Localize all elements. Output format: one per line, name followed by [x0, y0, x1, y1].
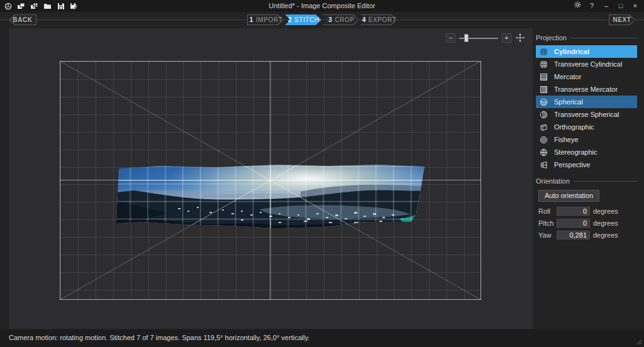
- yaw-label: Yaw: [538, 231, 557, 239]
- perspective-projection-icon: [538, 160, 548, 170]
- orientation-fields: Roll degrees Pitch degrees Yaw degrees: [536, 207, 640, 240]
- step-label: STITCH: [294, 16, 319, 23]
- step-label: CROP: [335, 16, 354, 23]
- projection-option-spherical[interactable]: Spherical: [536, 96, 637, 108]
- orthographic-projection-icon: [538, 122, 548, 132]
- spherical-projection-icon: [538, 97, 548, 107]
- projection-option-label: Transverse Mercator: [554, 85, 618, 93]
- window-title: Untitled* - Image Composite Editor: [0, 0, 644, 12]
- yaw-unit: degrees: [593, 231, 618, 239]
- pitch-field-row: Pitch degrees: [538, 219, 640, 228]
- next-button-label: NEXT: [613, 16, 631, 23]
- projection-option-label: Orthographic: [554, 123, 594, 131]
- projection-option-label: Spherical: [554, 98, 583, 106]
- back-button-label: BACK: [13, 16, 32, 23]
- window-resize-grip[interactable]: [636, 339, 642, 345]
- projection-list: Cylindrical Transverse Cylindrical Merca…: [536, 45, 640, 171]
- step-number: 4: [362, 16, 366, 23]
- roll-field-row: Roll degrees: [538, 207, 640, 216]
- step-label: IMPORT: [256, 16, 282, 23]
- step-label: EXPORT: [369, 16, 397, 23]
- next-button[interactable]: NEXT: [609, 14, 635, 25]
- zoom-slider-thumb[interactable]: [464, 34, 469, 42]
- maximize-button[interactable]: □: [617, 0, 625, 12]
- fit-to-window-icon[interactable]: [515, 33, 525, 43]
- projection-option-label: Perspective: [554, 161, 590, 168]
- transverse-mercator-projection-icon: [538, 84, 548, 94]
- step-number: 3: [328, 16, 332, 23]
- stereographic-projection-icon: [538, 147, 548, 157]
- projection-option-transverse-cylindrical[interactable]: Transverse Cylindrical: [536, 58, 637, 70]
- step-crop[interactable]: 3CROP: [323, 14, 359, 25]
- yaw-input[interactable]: [557, 231, 590, 240]
- step-number: 1: [250, 16, 253, 23]
- roll-input[interactable]: [557, 207, 590, 216]
- workflow-nav-bar: BACK 1IMPORT 2STITCH 3CROP 4EXPORT NEXT: [0, 14, 644, 26]
- roll-unit: degrees: [593, 207, 618, 215]
- stitch-preview-viewport[interactable]: − +: [9, 28, 533, 329]
- step-export[interactable]: 4EXPORT: [360, 14, 397, 25]
- projection-option-label: Transverse Spherical: [554, 111, 619, 118]
- projection-option-label: Stereographic: [554, 148, 597, 156]
- zoom-in-button[interactable]: +: [502, 33, 511, 43]
- workflow-steps: 1IMPORT 2STITCH 3CROP 4EXPORT: [247, 14, 397, 25]
- orientation-header: Orientation: [536, 177, 570, 185]
- projection-option-transverse-mercator[interactable]: Transverse Mercator: [536, 83, 637, 96]
- right-panel: Projection Cylindrical Transverse Cylind…: [536, 28, 640, 329]
- status-bar: Camera motion: rotating motion. Stitched…: [0, 329, 644, 347]
- projection-option-label: Transverse Cylindrical: [554, 60, 622, 68]
- pitch-label: Pitch: [538, 219, 557, 227]
- zoom-control: − +: [446, 33, 525, 43]
- transverse-spherical-projection-icon: [538, 109, 548, 119]
- pitch-input[interactable]: [557, 219, 590, 228]
- projection-option-cylindrical[interactable]: Cylindrical: [536, 45, 637, 58]
- help-button[interactable]: ?: [588, 0, 596, 12]
- projection-option-transverse-spherical[interactable]: Transverse Spherical: [536, 108, 637, 121]
- projection-option-perspective[interactable]: Perspective: [536, 158, 637, 171]
- window-controls: ? – □ ×: [574, 0, 639, 12]
- projection-header: Projection: [536, 34, 567, 41]
- transverse-cylindrical-projection-icon: [538, 59, 548, 69]
- fisheye-projection-icon: [538, 135, 548, 145]
- stitched-panorama-preview[interactable]: [115, 164, 426, 229]
- projection-option-label: Cylindrical: [554, 48, 589, 55]
- projection-option-label: Mercator: [554, 73, 581, 80]
- step-import[interactable]: 1IMPORT: [247, 14, 284, 25]
- mercator-projection-icon: [538, 72, 548, 82]
- settings-gear-icon[interactable]: [574, 0, 581, 12]
- step-stitch[interactable]: 2STITCH: [285, 14, 321, 25]
- projection-option-orthographic[interactable]: Orthographic: [536, 121, 637, 133]
- back-button[interactable]: BACK: [9, 14, 36, 25]
- minimize-button[interactable]: –: [602, 0, 610, 12]
- yaw-field-row: Yaw degrees: [538, 231, 640, 240]
- title-bar: Untitled* - Image Composite Editor ? – □…: [0, 0, 644, 12]
- pitch-unit: degrees: [593, 219, 618, 227]
- projection-option-label: Fisheye: [554, 136, 579, 143]
- step-number: 2: [288, 16, 292, 23]
- roll-label: Roll: [538, 207, 557, 215]
- projection-option-mercator[interactable]: Mercator: [536, 70, 637, 83]
- cylindrical-projection-icon: [538, 47, 548, 57]
- auto-orientation-button[interactable]: Auto orientation: [538, 190, 599, 202]
- zoom-slider[interactable]: [459, 34, 498, 42]
- zoom-out-button[interactable]: −: [446, 33, 455, 43]
- status-message: Camera motion: rotating motion. Stitched…: [9, 329, 309, 347]
- projection-option-stereographic[interactable]: Stereographic: [536, 146, 637, 158]
- close-button[interactable]: ×: [631, 0, 639, 12]
- projection-option-fisheye[interactable]: Fisheye: [536, 133, 637, 146]
